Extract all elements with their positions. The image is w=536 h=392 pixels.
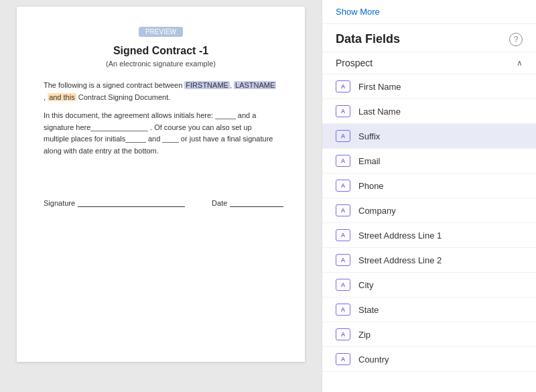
fields-header: Data Fields ? [322,24,536,52]
body1-suffix: Contract Signing Document. [76,93,171,101]
field-type-icon: A [336,204,350,216]
field-type-icon: A [336,155,350,167]
field-type-icon: A [336,80,350,92]
doc-top-bar: PREVIEW [44,27,278,37]
chevron-up-icon[interactable]: ∧ [517,58,523,68]
date-underline [230,198,283,207]
prospect-section-header[interactable]: Prospect ∧ [322,52,536,74]
fields-panel: Show More Data Fields ? Prospect ∧ AFirs… [322,0,536,392]
field-item-company[interactable]: ACompany [322,198,536,223]
field-label: Email [358,156,381,166]
date-label: Date [212,199,227,207]
field-label: Suffix [358,131,380,141]
doc-badge: PREVIEW [139,27,183,37]
field-label: First Name [358,82,401,92]
document-page: PREVIEW Signed Contract -1 (An electroni… [17,7,305,362]
field-item-street-address-line-1[interactable]: AStreet Address Line 1 [322,223,536,248]
body1-highlight2: LASTNAME [234,81,276,89]
body1-prefix: The following is a signed contract betwe… [44,81,184,89]
show-more-link[interactable]: Show More [336,7,380,17]
document-panel: PREVIEW Signed Contract -1 (An electroni… [0,0,322,392]
signature-label: Signature [44,199,75,207]
field-type-icon: A [336,180,350,192]
section-title: Prospect [336,58,373,68]
field-label: Last Name [358,107,401,117]
field-item-first-name[interactable]: AFirst Name [322,74,536,99]
doc-subtitle: (An electronic signature example) [44,60,278,68]
field-label: City [358,280,373,290]
field-item-phone[interactable]: APhone [322,174,536,198]
field-item-city[interactable]: ACity [322,273,536,298]
signature-underline [78,198,185,207]
field-type-icon: A [336,130,350,142]
field-label: Street Address Line 2 [358,255,442,265]
field-item-street-address-line-2[interactable]: AStreet Address Line 2 [322,248,536,273]
field-item-email[interactable]: AEmail [322,149,536,174]
doc-body-paragraph1: The following is a signed contract betwe… [44,80,278,103]
field-item-suffix[interactable]: ASuffix [322,124,536,149]
body1-highlight1: FIRSTNAME [184,81,230,89]
date-line: Date [212,198,283,207]
field-label: Street Address Line 1 [358,231,442,241]
field-label: Country [358,354,389,365]
field-label: Zip [358,330,371,340]
signature-line: Signature [44,198,185,207]
field-item-zip[interactable]: AZip [322,322,536,347]
body1-highlight3: and this [48,93,76,101]
fields-list: AFirst NameALast NameASuffixAEmailAPhone… [322,74,536,372]
field-type-icon: A [336,279,350,291]
doc-body-paragraph2: In this document, the agreement allows i… [44,110,278,157]
field-type-icon: A [336,353,350,365]
field-label: Company [358,206,396,216]
fields-title: Data Fields [336,32,400,46]
field-label: Phone [358,181,384,191]
show-more-bar[interactable]: Show More [322,0,536,24]
field-type-icon: A [336,304,350,316]
field-type-icon: A [336,105,350,117]
field-type-icon: A [336,254,350,266]
field-item-country[interactable]: ACountry [322,347,536,372]
field-type-icon: A [336,328,350,340]
doc-title: Signed Contract -1 [44,45,278,57]
field-item-state[interactable]: AState [322,298,536,322]
signature-area: Signature Date [44,198,278,207]
help-icon[interactable]: ? [509,33,523,46]
field-type-icon: A [336,229,350,241]
field-label: State [358,305,379,315]
field-item-last-name[interactable]: ALast Name [322,99,536,124]
